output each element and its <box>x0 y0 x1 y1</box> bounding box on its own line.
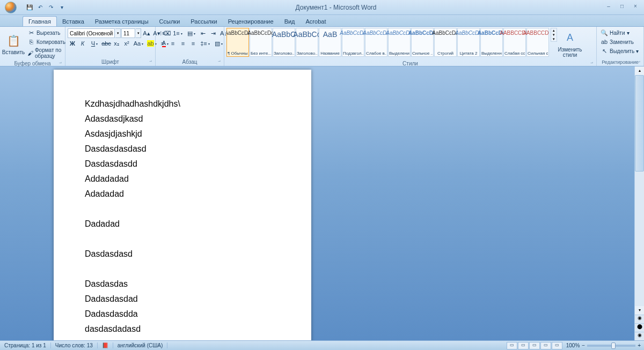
decrease-indent-button[interactable]: ⇤ <box>198 28 208 38</box>
doc-para-14[interactable]: Dadasdasdda <box>85 309 280 319</box>
doc-para-1[interactable]: Adasdasdjkasd <box>85 114 280 124</box>
doc-para-12[interactable]: Dasdasdas <box>85 279 280 289</box>
tab-page-layout[interactable]: Разметка страницы <box>90 17 154 26</box>
paste-button[interactable]: 📋 Вставить <box>2 28 25 60</box>
font-name-combo[interactable] <box>68 28 115 38</box>
strike-button[interactable]: abc <box>101 39 111 48</box>
document-area[interactable]: Kzdhasjdhadhashdkjdhs\AdasdasdjkasdAsdas… <box>0 66 634 340</box>
bold-button[interactable]: Ж <box>68 39 77 48</box>
replace-button[interactable]: abЗаменить <box>599 38 635 46</box>
qat-save-button[interactable]: 💾 <box>25 3 34 12</box>
cut-button[interactable]: ✂Вырезать <box>26 28 67 37</box>
font-size-drop[interactable]: ▾ <box>136 28 141 38</box>
doc-para-15[interactable]: dasdasdadasd <box>85 324 280 334</box>
draft-view[interactable]: ▭ <box>552 342 562 349</box>
doc-para-5[interactable]: Addadadad <box>85 174 280 184</box>
zoom-in-button[interactable]: + <box>638 342 641 348</box>
print-layout-view[interactable]: ▭ <box>507 342 517 349</box>
status-words[interactable]: Число слов: 13 <box>51 342 98 348</box>
style-card-3[interactable]: AaBbCcЗаголово... <box>296 28 318 57</box>
doc-para-11[interactable] <box>85 264 280 274</box>
format-painter-button[interactable]: 🖌Формат по образцу <box>26 47 67 59</box>
app-close-button[interactable]: × <box>629 3 642 12</box>
style-card-9[interactable]: AaBbCcDdСтрогий <box>434 28 457 57</box>
status-proofing[interactable]: 📕 <box>98 342 113 348</box>
select-button[interactable]: ↖Выделить ▾ <box>599 47 640 55</box>
style-card-8[interactable]: AaBbCcDdСильное ... <box>411 28 434 57</box>
prev-page-button[interactable]: ◉ <box>635 315 644 323</box>
app-maximize-button[interactable]: □ <box>616 3 628 12</box>
scroll-up-button[interactable]: ▴ <box>635 66 644 75</box>
tab-review[interactable]: Рецензирование <box>223 17 279 26</box>
align-right-button[interactable]: ≡ <box>178 39 188 48</box>
align-center-button[interactable]: ≡ <box>168 39 178 48</box>
style-card-7[interactable]: AaBbCcDdВыделение <box>388 28 411 57</box>
next-page-button[interactable]: ◉ <box>635 332 644 340</box>
zoom-level[interactable]: 100% <box>566 342 580 348</box>
multilevel-button[interactable]: ▤ <box>185 28 197 38</box>
style-card-0[interactable]: AaBbCcDd¶ Обычный <box>226 28 249 57</box>
style-card-10[interactable]: AaBbCcDdЦитата 2 <box>457 28 480 57</box>
style-card-6[interactable]: AaBbCcDdСлабое в... <box>365 28 387 57</box>
superscript-button[interactable]: x² <box>122 39 131 48</box>
italic-button[interactable]: К <box>78 39 87 48</box>
style-card-13[interactable]: AABBCCDDСильная с... <box>526 28 549 57</box>
style-card-4[interactable]: AaBНазвание <box>319 28 341 57</box>
find-button[interactable]: 🔍Найти ▾ <box>599 28 631 37</box>
zoom-out-button[interactable]: − <box>582 342 585 348</box>
bullets-button[interactable]: ⁝≡ <box>158 28 171 38</box>
tab-insert[interactable]: Вставка <box>57 17 90 26</box>
zoom-slider[interactable] <box>587 345 635 347</box>
style-scroll-down[interactable]: ▾ <box>551 33 557 37</box>
paragraph-group-title[interactable]: Абзац <box>158 58 222 66</box>
scroll-down-button[interactable]: ▾ <box>635 306 644 315</box>
status-language[interactable]: английский (США) <box>113 342 168 348</box>
shading-button[interactable]: ▧ <box>212 39 225 48</box>
doc-para-7[interactable] <box>85 204 280 214</box>
app-minimize-button[interactable]: – <box>602 3 615 12</box>
zoom-slider-thumb[interactable] <box>611 342 616 349</box>
increase-indent-button[interactable]: ⇥ <box>208 28 218 38</box>
outline-view[interactable]: ▭ <box>540 342 551 349</box>
tab-view[interactable]: Вид <box>279 17 301 26</box>
tab-acrobat[interactable]: Acrobat <box>301 17 332 26</box>
tab-mailings[interactable]: Рассылки <box>185 17 222 26</box>
font-size-combo[interactable] <box>121 28 135 38</box>
style-scroll-up[interactable]: ▴ <box>551 28 557 33</box>
web-layout-view[interactable]: ▭ <box>529 342 540 349</box>
align-left-button[interactable]: ≡ <box>158 39 167 48</box>
copy-button[interactable]: ⎘Копировать <box>26 38 67 46</box>
page[interactable]: Kzdhasjdhadhashdkjdhs\AdasdasdjkasdAsdas… <box>54 70 311 340</box>
doc-para-6[interactable]: Adadadad <box>85 189 280 199</box>
scroll-track[interactable] <box>635 75 644 306</box>
doc-para-13[interactable]: Dadasdasdad <box>85 294 280 304</box>
style-card-5[interactable]: AaBbCcDdПодзагол... <box>342 28 364 57</box>
doc-para-2[interactable]: Asdasjdjashkjd <box>85 129 280 139</box>
font-name-drop[interactable]: ▾ <box>115 28 121 38</box>
browse-object-button[interactable]: ⬤ <box>635 323 644 332</box>
office-button[interactable] <box>0 0 21 15</box>
doc-para-0[interactable]: Kzdhasjdhadhashdkjdhs\ <box>85 99 280 109</box>
change-case-button[interactable]: Aa <box>132 39 145 48</box>
qat-undo-button[interactable]: ↶ <box>35 3 45 12</box>
style-card-1[interactable]: AaBbCcDdБез инте... <box>250 28 272 57</box>
doc-para-8[interactable]: Dadadad <box>85 219 280 229</box>
full-screen-view[interactable]: ▭ <box>518 342 529 349</box>
tab-home[interactable]: Главная <box>23 16 57 26</box>
tab-references[interactable]: Ссылки <box>154 17 186 26</box>
status-page[interactable]: Страница: 1 из 1 <box>0 342 51 348</box>
font-group-title[interactable]: Шрифт <box>68 58 153 66</box>
justify-button[interactable]: ≡ <box>188 39 198 48</box>
qat-customize-button[interactable]: ▾ <box>57 3 67 12</box>
change-styles-button[interactable]: A Изменить стили <box>559 28 581 60</box>
style-scroll-more[interactable]: ▾ <box>551 37 557 41</box>
subscript-button[interactable]: x₂ <box>112 39 121 48</box>
grow-font-button[interactable]: A▴ <box>142 28 151 38</box>
doc-para-3[interactable]: Dasdasdasdasd <box>85 144 280 154</box>
qat-redo-button[interactable]: ↷ <box>46 3 56 12</box>
doc-para-9[interactable] <box>85 234 280 244</box>
scroll-thumb[interactable] <box>635 75 644 172</box>
style-card-2[interactable]: AaBbCЗаголово... <box>273 28 295 57</box>
doc-para-4[interactable]: Dasdasdasdd <box>85 159 280 169</box>
line-spacing-button[interactable]: ‡≡ <box>199 39 211 48</box>
